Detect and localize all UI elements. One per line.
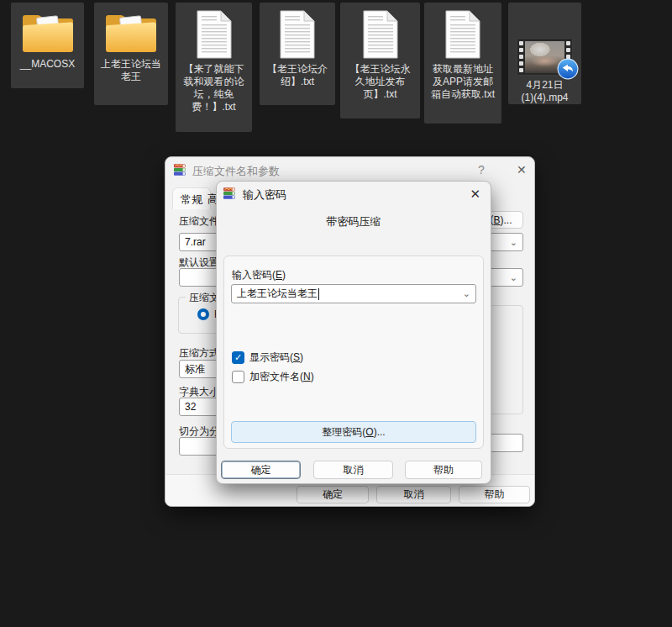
text-caret: [318, 288, 319, 300]
desktop-item-video-mp4[interactable]: 4月21日(1)(4).mp4: [508, 3, 581, 104]
password-label: 输入密码(E): [232, 268, 286, 282]
password-panel: 输入密码(E) 上老王论坛当老王 ⌄ ✓ 显示密码(S) 加密文件名(N) 整理…: [223, 256, 484, 449]
text-file-icon: [361, 9, 400, 60]
cancel-button[interactable]: 取消: [313, 461, 393, 479]
folder-icon: [103, 9, 159, 55]
radio-selected-icon[interactable]: [197, 308, 209, 320]
encrypt-names-label: 加密文件名(N): [249, 370, 314, 384]
desktop-item-label: 获取最新地址及APP请发邮箱自动获取.txt: [428, 63, 497, 101]
desktop-item-txt-forum-intro[interactable]: 【老王论坛介绍】.txt: [260, 3, 335, 105]
text-file-icon: [278, 9, 317, 60]
desktop-item-txt-permanent-address[interactable]: 【老王论坛永久地址发布页】.txt: [340, 3, 420, 119]
chevron-down-icon[interactable]: ⌄: [510, 273, 517, 282]
close-icon[interactable]: ✕: [517, 164, 527, 176]
show-password-checkbox-row[interactable]: ✓ 显示密码(S): [232, 350, 303, 365]
dialog-title: 压缩文件名和参数: [192, 164, 280, 179]
desktop-item-txt-get-address[interactable]: 获取最新地址及APP请发邮箱自动获取.txt: [424, 3, 501, 124]
encrypt-names-checkbox-row[interactable]: 加密文件名(N): [232, 370, 314, 384]
close-icon[interactable]: ✕: [470, 187, 480, 200]
sync-arrow-badge-icon: [557, 58, 579, 83]
desktop-item-txt-free-forum[interactable]: 【来了就能下载和观看的论坛，纯免费！】.txt: [176, 3, 252, 132]
ok-button[interactable]: 确定: [297, 486, 369, 503]
dialog-title: 输入密码: [243, 187, 286, 203]
password-input[interactable]: 上老王论坛当老王 ⌄: [231, 284, 476, 303]
chevron-down-icon[interactable]: ⌄: [463, 289, 470, 298]
winrar-app-icon: [173, 163, 186, 179]
text-file-icon: [444, 9, 482, 60]
ok-button[interactable]: 确定: [221, 461, 301, 479]
help-button[interactable]: 帮助: [405, 461, 482, 479]
cancel-button[interactable]: 取消: [376, 486, 451, 503]
desktop-item-label: 上老王论坛当老王: [98, 58, 164, 83]
text-file-icon: [195, 9, 234, 60]
password-dialog-header: 带密码压缩: [217, 214, 491, 229]
desktop-item-label: __MACOSX: [13, 58, 82, 71]
desktop-item-laowang-folder[interactable]: 上老王论坛当老王: [94, 3, 168, 105]
video-filmstrip-icon: [517, 38, 573, 76]
folder-icon: [20, 9, 76, 55]
desktop-item-label: 【来了就能下载和观看的论坛，纯免费！】.txt: [181, 63, 247, 113]
show-password-label: 显示密码(S): [249, 350, 303, 365]
desktop-item-label: 【老王论坛介绍】.txt: [265, 63, 330, 88]
desktop-item-macosx-folder[interactable]: __MACOSX: [11, 3, 84, 88]
desktop: __MACOSX 上老王论坛当老王 【来了就能下载和观看的论坛，纯免费！】.t: [0, 0, 672, 627]
checkbox-checked-icon[interactable]: ✓: [232, 351, 244, 364]
help-icon[interactable]: ?: [478, 164, 485, 176]
tab-general[interactable]: 常规: [172, 187, 211, 209]
desktop-item-label: 【老王论坛永久地址发布页】.txt: [349, 63, 412, 101]
organize-passwords-button[interactable]: 整理密码(O)...: [231, 421, 476, 443]
checkbox-unchecked-icon[interactable]: [232, 371, 244, 383]
winrar-app-icon: [223, 187, 236, 203]
method-label: 压缩方式: [179, 346, 219, 361]
enter-password-dialog: 输入密码 ✕ 带密码压缩 输入密码(E) 上老王论坛当老王 ⌄ ✓ 显示密码(S…: [216, 181, 491, 484]
chevron-down-icon[interactable]: ⌄: [510, 238, 517, 247]
help-button[interactable]: 帮助: [459, 486, 530, 503]
